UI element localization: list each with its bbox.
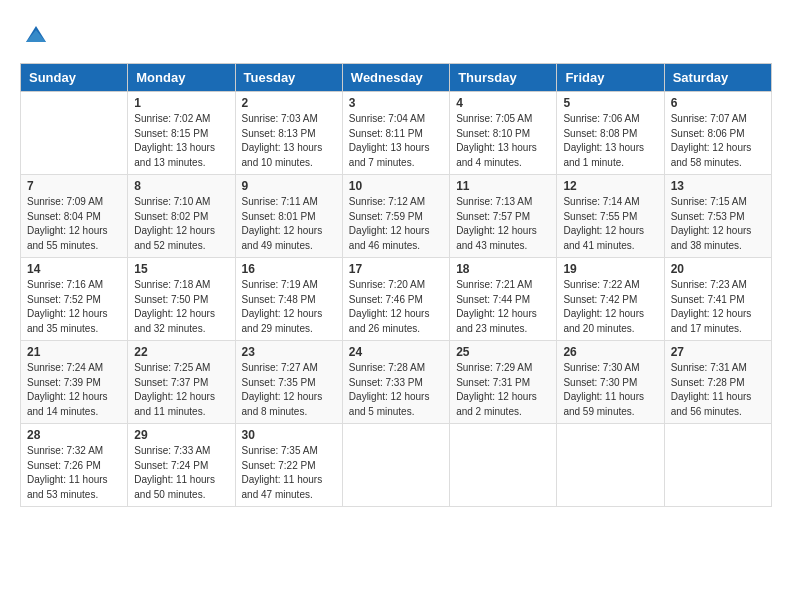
day-info: Sunrise: 7:27 AMSunset: 7:35 PMDaylight:… [242, 361, 336, 419]
week-row-3: 14Sunrise: 7:16 AMSunset: 7:52 PMDayligh… [21, 258, 772, 341]
day-cell: 8Sunrise: 7:10 AMSunset: 8:02 PMDaylight… [128, 175, 235, 258]
day-cell: 7Sunrise: 7:09 AMSunset: 8:04 PMDaylight… [21, 175, 128, 258]
day-info: Sunrise: 7:16 AMSunset: 7:52 PMDaylight:… [27, 278, 121, 336]
day-info: Sunrise: 7:07 AMSunset: 8:06 PMDaylight:… [671, 112, 765, 170]
logo-text [20, 20, 50, 53]
day-info: Sunrise: 7:24 AMSunset: 7:39 PMDaylight:… [27, 361, 121, 419]
day-cell: 21Sunrise: 7:24 AMSunset: 7:39 PMDayligh… [21, 341, 128, 424]
day-cell [664, 424, 771, 507]
day-cell: 23Sunrise: 7:27 AMSunset: 7:35 PMDayligh… [235, 341, 342, 424]
column-header-saturday: Saturday [664, 64, 771, 92]
day-cell: 4Sunrise: 7:05 AMSunset: 8:10 PMDaylight… [450, 92, 557, 175]
day-info: Sunrise: 7:32 AMSunset: 7:26 PMDaylight:… [27, 444, 121, 502]
day-cell: 1Sunrise: 7:02 AMSunset: 8:15 PMDaylight… [128, 92, 235, 175]
day-number: 19 [563, 262, 657, 276]
day-cell [557, 424, 664, 507]
day-info: Sunrise: 7:25 AMSunset: 7:37 PMDaylight:… [134, 361, 228, 419]
day-number: 13 [671, 179, 765, 193]
day-info: Sunrise: 7:13 AMSunset: 7:57 PMDaylight:… [456, 195, 550, 253]
day-number: 26 [563, 345, 657, 359]
day-cell [21, 92, 128, 175]
day-number: 18 [456, 262, 550, 276]
column-header-tuesday: Tuesday [235, 64, 342, 92]
day-cell: 16Sunrise: 7:19 AMSunset: 7:48 PMDayligh… [235, 258, 342, 341]
day-number: 24 [349, 345, 443, 359]
column-header-sunday: Sunday [21, 64, 128, 92]
logo [20, 20, 50, 53]
day-number: 12 [563, 179, 657, 193]
day-cell: 14Sunrise: 7:16 AMSunset: 7:52 PMDayligh… [21, 258, 128, 341]
day-number: 14 [27, 262, 121, 276]
day-cell: 28Sunrise: 7:32 AMSunset: 7:26 PMDayligh… [21, 424, 128, 507]
day-info: Sunrise: 7:15 AMSunset: 7:53 PMDaylight:… [671, 195, 765, 253]
column-header-thursday: Thursday [450, 64, 557, 92]
page-header [20, 20, 772, 53]
day-cell: 13Sunrise: 7:15 AMSunset: 7:53 PMDayligh… [664, 175, 771, 258]
day-number: 23 [242, 345, 336, 359]
week-row-1: 1Sunrise: 7:02 AMSunset: 8:15 PMDaylight… [21, 92, 772, 175]
day-number: 27 [671, 345, 765, 359]
day-cell: 17Sunrise: 7:20 AMSunset: 7:46 PMDayligh… [342, 258, 449, 341]
day-cell: 12Sunrise: 7:14 AMSunset: 7:55 PMDayligh… [557, 175, 664, 258]
column-header-wednesday: Wednesday [342, 64, 449, 92]
day-number: 20 [671, 262, 765, 276]
day-info: Sunrise: 7:05 AMSunset: 8:10 PMDaylight:… [456, 112, 550, 170]
day-number: 16 [242, 262, 336, 276]
day-cell: 30Sunrise: 7:35 AMSunset: 7:22 PMDayligh… [235, 424, 342, 507]
day-info: Sunrise: 7:06 AMSunset: 8:08 PMDaylight:… [563, 112, 657, 170]
day-number: 29 [134, 428, 228, 442]
day-info: Sunrise: 7:10 AMSunset: 8:02 PMDaylight:… [134, 195, 228, 253]
day-info: Sunrise: 7:04 AMSunset: 8:11 PMDaylight:… [349, 112, 443, 170]
day-number: 8 [134, 179, 228, 193]
svg-marker-1 [26, 30, 46, 42]
day-cell: 24Sunrise: 7:28 AMSunset: 7:33 PMDayligh… [342, 341, 449, 424]
day-info: Sunrise: 7:03 AMSunset: 8:13 PMDaylight:… [242, 112, 336, 170]
day-cell: 18Sunrise: 7:21 AMSunset: 7:44 PMDayligh… [450, 258, 557, 341]
day-info: Sunrise: 7:11 AMSunset: 8:01 PMDaylight:… [242, 195, 336, 253]
day-info: Sunrise: 7:02 AMSunset: 8:15 PMDaylight:… [134, 112, 228, 170]
day-cell: 9Sunrise: 7:11 AMSunset: 8:01 PMDaylight… [235, 175, 342, 258]
day-info: Sunrise: 7:23 AMSunset: 7:41 PMDaylight:… [671, 278, 765, 336]
day-info: Sunrise: 7:29 AMSunset: 7:31 PMDaylight:… [456, 361, 550, 419]
day-number: 22 [134, 345, 228, 359]
day-info: Sunrise: 7:20 AMSunset: 7:46 PMDaylight:… [349, 278, 443, 336]
day-number: 17 [349, 262, 443, 276]
day-info: Sunrise: 7:33 AMSunset: 7:24 PMDaylight:… [134, 444, 228, 502]
day-number: 3 [349, 96, 443, 110]
calendar-header-row: SundayMondayTuesdayWednesdayThursdayFrid… [21, 64, 772, 92]
day-info: Sunrise: 7:09 AMSunset: 8:04 PMDaylight:… [27, 195, 121, 253]
day-cell: 19Sunrise: 7:22 AMSunset: 7:42 PMDayligh… [557, 258, 664, 341]
day-cell: 22Sunrise: 7:25 AMSunset: 7:37 PMDayligh… [128, 341, 235, 424]
day-info: Sunrise: 7:12 AMSunset: 7:59 PMDaylight:… [349, 195, 443, 253]
day-cell: 11Sunrise: 7:13 AMSunset: 7:57 PMDayligh… [450, 175, 557, 258]
day-cell: 26Sunrise: 7:30 AMSunset: 7:30 PMDayligh… [557, 341, 664, 424]
day-cell: 15Sunrise: 7:18 AMSunset: 7:50 PMDayligh… [128, 258, 235, 341]
day-number: 10 [349, 179, 443, 193]
day-cell: 6Sunrise: 7:07 AMSunset: 8:06 PMDaylight… [664, 92, 771, 175]
day-info: Sunrise: 7:35 AMSunset: 7:22 PMDaylight:… [242, 444, 336, 502]
calendar-body: 1Sunrise: 7:02 AMSunset: 8:15 PMDaylight… [21, 92, 772, 507]
column-header-friday: Friday [557, 64, 664, 92]
logo-icon [22, 20, 50, 48]
day-info: Sunrise: 7:22 AMSunset: 7:42 PMDaylight:… [563, 278, 657, 336]
day-number: 1 [134, 96, 228, 110]
day-number: 11 [456, 179, 550, 193]
day-cell: 25Sunrise: 7:29 AMSunset: 7:31 PMDayligh… [450, 341, 557, 424]
week-row-2: 7Sunrise: 7:09 AMSunset: 8:04 PMDaylight… [21, 175, 772, 258]
day-number: 9 [242, 179, 336, 193]
week-row-4: 21Sunrise: 7:24 AMSunset: 7:39 PMDayligh… [21, 341, 772, 424]
day-number: 7 [27, 179, 121, 193]
column-header-monday: Monday [128, 64, 235, 92]
day-cell: 10Sunrise: 7:12 AMSunset: 7:59 PMDayligh… [342, 175, 449, 258]
day-number: 28 [27, 428, 121, 442]
day-cell [450, 424, 557, 507]
day-number: 15 [134, 262, 228, 276]
day-cell: 3Sunrise: 7:04 AMSunset: 8:11 PMDaylight… [342, 92, 449, 175]
day-info: Sunrise: 7:19 AMSunset: 7:48 PMDaylight:… [242, 278, 336, 336]
day-info: Sunrise: 7:30 AMSunset: 7:30 PMDaylight:… [563, 361, 657, 419]
day-cell: 2Sunrise: 7:03 AMSunset: 8:13 PMDaylight… [235, 92, 342, 175]
day-info: Sunrise: 7:14 AMSunset: 7:55 PMDaylight:… [563, 195, 657, 253]
day-number: 25 [456, 345, 550, 359]
calendar-table: SundayMondayTuesdayWednesdayThursdayFrid… [20, 63, 772, 507]
day-cell: 27Sunrise: 7:31 AMSunset: 7:28 PMDayligh… [664, 341, 771, 424]
